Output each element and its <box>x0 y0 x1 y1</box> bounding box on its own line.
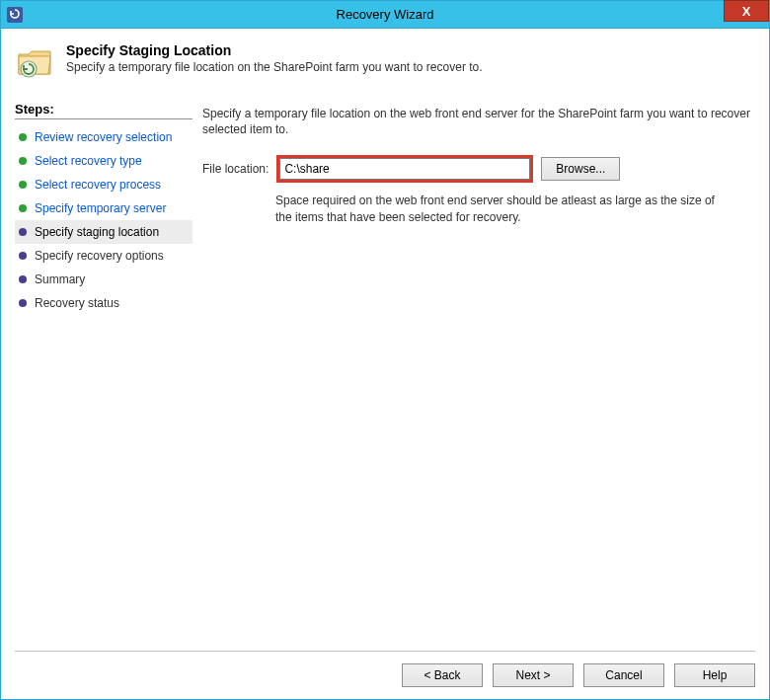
content-area: Specify Staging Location Specify a tempo… <box>1 29 769 699</box>
step-review-recovery-selection[interactable]: Review recovery selection <box>15 125 192 149</box>
step-summary[interactable]: Summary <box>15 268 192 291</box>
step-select-recovery-type[interactable]: Select recovery type <box>15 149 192 173</box>
page-title: Specify Staging Location <box>66 42 483 58</box>
step-label: Summary <box>35 272 85 286</box>
step-specify-staging-location[interactable]: Specify staging location <box>15 220 192 244</box>
step-label: Review recovery selection <box>35 130 172 144</box>
browse-button[interactable]: Browse... <box>541 157 620 181</box>
instruction-text: Specify a temporary file location on the… <box>202 106 755 137</box>
step-bullet-icon <box>19 252 27 260</box>
cancel-button[interactable]: Cancel <box>583 663 664 687</box>
main-panel: Specify a temporary file location on the… <box>202 102 755 643</box>
step-label: Specify recovery options <box>35 249 164 263</box>
step-label: Specify temporary server <box>35 201 166 215</box>
wizard-footer: < Back Next > Cancel Help <box>15 651 755 687</box>
step-specify-temporary-server[interactable]: Specify temporary server <box>15 196 192 220</box>
folder-recovery-icon <box>15 42 56 84</box>
window-title: Recovery Wizard <box>1 7 769 22</box>
step-bullet-icon <box>19 181 27 189</box>
page-subtitle: Specify a temporary file location on the… <box>66 60 483 74</box>
step-bullet-icon <box>19 299 27 307</box>
close-icon: X <box>742 4 751 19</box>
step-select-recovery-process[interactable]: Select recovery process <box>15 173 192 196</box>
page-header: Specify Staging Location Specify a tempo… <box>15 42 755 94</box>
app-icon <box>7 7 23 23</box>
step-recovery-status[interactable]: Recovery status <box>15 291 192 315</box>
steps-sidebar: Steps: Review recovery selection Select … <box>15 102 202 643</box>
step-label: Recovery status <box>35 296 119 310</box>
step-bullet-icon <box>19 204 27 212</box>
step-label: Specify staging location <box>35 225 159 239</box>
step-bullet-icon <box>19 133 27 141</box>
step-specify-recovery-options[interactable]: Specify recovery options <box>15 244 192 268</box>
step-bullet-icon <box>19 275 27 283</box>
file-location-row: File location: Browse... <box>202 155 755 183</box>
file-location-label: File location: <box>202 162 269 176</box>
step-bullet-icon <box>19 157 27 165</box>
back-button[interactable]: < Back <box>402 663 483 687</box>
step-bullet-icon <box>19 228 27 236</box>
space-required-hint: Space required on the web front end serv… <box>275 193 730 224</box>
next-button[interactable]: Next > <box>493 663 574 687</box>
file-location-input[interactable] <box>279 158 530 180</box>
step-label: Select recovery type <box>35 154 142 168</box>
recovery-wizard-window: Recovery Wizard X Specify Staging Locati… <box>0 0 770 700</box>
titlebar: Recovery Wizard X <box>1 1 769 29</box>
header-texts: Specify Staging Location Specify a tempo… <box>66 42 483 74</box>
steps-heading: Steps: <box>15 102 192 117</box>
file-location-highlight <box>276 155 533 183</box>
steps-divider <box>15 118 192 119</box>
close-button[interactable]: X <box>724 0 769 22</box>
help-button[interactable]: Help <box>674 663 755 687</box>
body-row: Steps: Review recovery selection Select … <box>15 102 755 643</box>
step-label: Select recovery process <box>35 178 161 192</box>
